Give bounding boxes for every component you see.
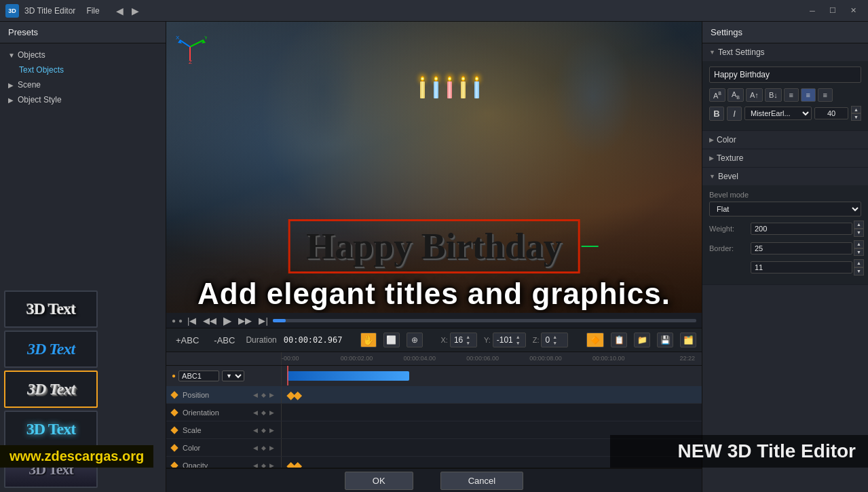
- extra-input[interactable]: [751, 261, 852, 273]
- step-fwd-btn[interactable]: ▶▶: [236, 316, 254, 326]
- opacity-kf-next[interactable]: ▶: [268, 462, 276, 468]
- position-track[interactable]: [282, 386, 702, 403]
- weight-up-btn[interactable]: ▲: [854, 221, 864, 229]
- preview-happy-birthday: Happy Birthday: [306, 226, 562, 267]
- ori-kf-prev[interactable]: ◀: [252, 409, 259, 416]
- pos-kf-prev[interactable]: ◀: [252, 392, 259, 398]
- close-button[interactable]: ✕: [844, 3, 863, 18]
- color-kf-add[interactable]: ◆: [260, 444, 267, 451]
- format-btn-down[interactable]: B↓: [765, 88, 782, 102]
- scale-kf-add[interactable]: ◆: [260, 427, 267, 434]
- pos-kf-next[interactable]: ▶: [268, 392, 276, 398]
- play-to-start-btn[interactable]: |◀: [185, 316, 198, 326]
- x-down-btn[interactable]: ▼: [464, 340, 472, 346]
- weight-input[interactable]: [751, 223, 852, 235]
- track-main-track[interactable]: [282, 366, 702, 385]
- step-back-btn[interactable]: ◀◀: [201, 316, 219, 326]
- weight-down-btn[interactable]: ▼: [854, 229, 864, 237]
- icon-btn-4[interactable]: 💾: [657, 333, 673, 347]
- ori-kf-add[interactable]: ◆: [260, 409, 267, 416]
- bevel-arrow: ▼: [709, 173, 715, 180]
- maximize-button[interactable]: ☐: [823, 3, 842, 18]
- color-label: Color: [717, 135, 736, 145]
- minimize-button[interactable]: ─: [803, 3, 822, 18]
- watermark-text: www.zdescargas.org: [10, 449, 144, 463]
- y-down-btn[interactable]: ▼: [514, 340, 522, 346]
- format-btn-up[interactable]: A↑: [746, 88, 763, 102]
- track-name-area: ● ▼: [166, 366, 282, 385]
- text-settings-content: AB AB A↑ B↓ ≡ ≡ ≡ B I MisterEarl...: [702, 61, 868, 130]
- preset-thumb-1[interactable]: 3D Text: [4, 290, 98, 328]
- format-btn-align-left[interactable]: ≡: [784, 88, 799, 102]
- text-settings-arrow: ▼: [709, 49, 715, 56]
- text-settings-header[interactable]: ▼ Text Settings: [702, 43, 868, 61]
- format-btn-ab1[interactable]: AB: [709, 88, 725, 102]
- pos-kf-add[interactable]: ◆: [260, 392, 267, 398]
- hand-tool-button[interactable]: ✋: [360, 333, 377, 347]
- x-coord: X: 16 ▲ ▼: [441, 333, 477, 347]
- ori-kf-next[interactable]: ▶: [268, 409, 276, 416]
- font-select[interactable]: MisterEarl...: [744, 107, 812, 120]
- opacity-kf-add[interactable]: ◆: [260, 462, 267, 468]
- color-kf-prev[interactable]: ◀: [252, 444, 259, 451]
- preset-thumb-3[interactable]: 3D Text: [4, 371, 98, 408]
- y-up-btn[interactable]: ▲: [514, 334, 522, 340]
- scale-kf-next[interactable]: ▶: [268, 427, 276, 434]
- format-btn-align-right[interactable]: ≡: [818, 88, 833, 102]
- format-btn-align-center[interactable]: ≡: [801, 88, 816, 102]
- bevel-mode-select[interactable]: Flat Round Chamfer: [709, 202, 861, 216]
- icon-btn-5[interactable]: 🗂️: [680, 333, 696, 347]
- icon-btn-2[interactable]: 📋: [611, 333, 627, 347]
- settings-title: Settings: [702, 22, 868, 43]
- texture-header[interactable]: ▶ Texture: [702, 149, 868, 167]
- back-button[interactable]: ◀: [113, 4, 126, 18]
- font-size-down[interactable]: ▼: [851, 113, 861, 121]
- tree-scene[interactable]: ▶ Scene: [0, 77, 166, 92]
- format-btn-ab2[interactable]: AB: [728, 88, 744, 102]
- file-menu[interactable]: File: [81, 6, 105, 16]
- icon-btn-1[interactable]: 🔶: [586, 333, 604, 347]
- font-size-input[interactable]: [814, 107, 848, 119]
- color-kf-next[interactable]: ▶: [268, 444, 276, 451]
- color-header[interactable]: ▶ Color: [702, 131, 868, 149]
- ruler-ticks: -00:00 00:00:02.00 00:00:04.00 00:00:06.…: [282, 352, 702, 365]
- x-up-btn[interactable]: ▲: [464, 334, 472, 340]
- track-select[interactable]: ▼: [222, 371, 244, 381]
- select-tool-button[interactable]: ⬜: [383, 333, 400, 347]
- text-value-input[interactable]: [709, 67, 861, 83]
- opacity-kf-prev[interactable]: ◀: [252, 462, 259, 468]
- forward-button[interactable]: ▶: [129, 4, 142, 18]
- tree-text-objects[interactable]: Text Objects: [0, 62, 166, 77]
- extra-down-btn[interactable]: ▼: [854, 267, 864, 276]
- orientation-track[interactable]: [282, 404, 702, 421]
- icon-btn-3[interactable]: 📁: [634, 333, 650, 347]
- bold-button[interactable]: B: [709, 107, 724, 121]
- bevel-header[interactable]: ▼ Bevel: [702, 168, 868, 185]
- format-row-1: AB AB A↑ B↓ ≡ ≡ ≡: [709, 88, 861, 102]
- extra-up-btn[interactable]: ▲: [854, 259, 864, 267]
- tree-objects[interactable]: ▼ Objects: [0, 48, 166, 62]
- border-down-btn[interactable]: ▼: [854, 248, 864, 257]
- border-label: Border:: [709, 244, 747, 252]
- border-input[interactable]: [751, 242, 852, 254]
- preset-thumb-2[interactable]: 3D Text: [4, 330, 98, 368]
- z-down-btn[interactable]: ▼: [551, 340, 559, 346]
- text-settings-section: ▼ Text Settings AB AB A↑ B↓ ≡ ≡ ≡ B: [702, 43, 868, 131]
- play-to-end-btn[interactable]: ▶|: [257, 316, 269, 326]
- cancel-button[interactable]: Cancel: [440, 472, 523, 490]
- scale-kf-prev[interactable]: ◀: [252, 427, 259, 434]
- ok-button[interactable]: OK: [345, 472, 413, 490]
- border-up-btn[interactable]: ▲: [854, 240, 864, 248]
- z-up-btn[interactable]: ▲: [551, 334, 559, 340]
- remove-text-button[interactable]: -ABC: [210, 334, 239, 347]
- play-btn[interactable]: ▶: [221, 314, 233, 327]
- rotate-tool-button[interactable]: ⊕: [407, 333, 423, 347]
- y-coord: Y: -101 ▲ ▼: [484, 333, 526, 347]
- track-name-input[interactable]: [178, 371, 219, 381]
- italic-button[interactable]: I: [727, 107, 742, 121]
- font-size-up[interactable]: ▲: [851, 106, 861, 113]
- add-text-button[interactable]: +ABC: [172, 334, 203, 347]
- preset-thumb-4[interactable]: 3D Text: [4, 411, 98, 448]
- tree-object-style[interactable]: ▶ Object Style: [0, 92, 166, 107]
- new-badge-text: NEW 3D Title Editor: [678, 440, 856, 461]
